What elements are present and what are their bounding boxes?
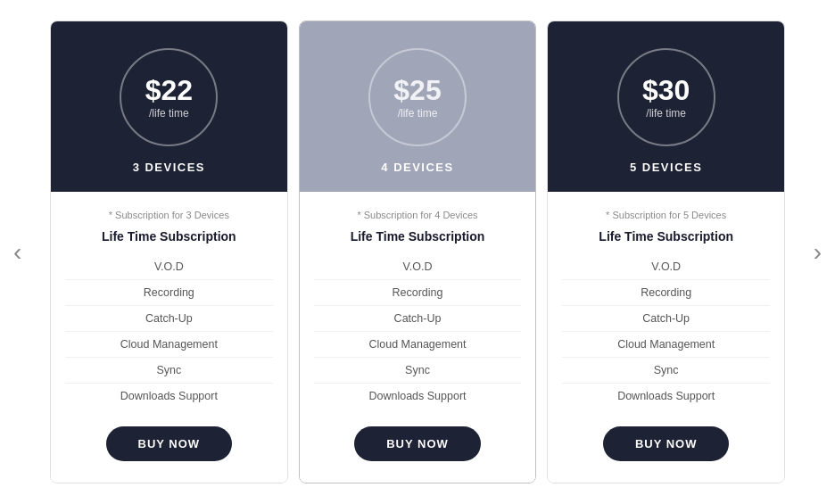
price-circle-5devices: $30 /life time — [617, 48, 715, 146]
subscription-title-5devices: Life Time Subscription — [599, 229, 733, 244]
feature-recording-4: Recording — [314, 280, 522, 306]
feature-cloud-5: Cloud Management — [562, 332, 770, 358]
plan-header-3devices: $22 /life time 3 DEVICES — [51, 21, 287, 192]
feature-list-3devices: V.O.D Recording Catch-Up Cloud Managemen… — [65, 254, 273, 409]
devices-label-5devices: 5 DEVICES — [630, 161, 702, 174]
feature-list-5devices: V.O.D Recording Catch-Up Cloud Managemen… — [562, 254, 770, 409]
subscription-note-3devices: * Subscription for 3 Devices — [109, 210, 229, 220]
feature-downloads-4: Downloads Support — [314, 384, 522, 409]
devices-label-4devices: 4 DEVICES — [381, 161, 453, 174]
plan-card-3devices: $22 /life time 3 DEVICES * Subscription … — [50, 21, 288, 483]
devices-label-3devices: 3 DEVICES — [133, 161, 205, 174]
feature-vod-5: V.O.D — [562, 254, 770, 280]
plan-card-4devices: $25 /life time 4 DEVICES * Subscription … — [299, 21, 537, 483]
plan-body-4devices: * Subscription for 4 Devices Life Time S… — [300, 192, 536, 483]
feature-catchup-5: Catch-Up — [562, 306, 770, 332]
price-circle-4devices: $25 /life time — [368, 48, 467, 146]
feature-list-4devices: V.O.D Recording Catch-Up Cloud Managemen… — [314, 254, 522, 409]
plans-wrapper: $22 /life time 3 DEVICES * Subscription … — [45, 21, 790, 483]
feature-sync-4: Sync — [314, 358, 522, 384]
carousel-container: ‹ $22 /life time 3 DEVICES * Subscriptio… — [0, 3, 835, 501]
plan-header-5devices: $30 /life time 5 DEVICES — [548, 21, 784, 192]
plan-header-4devices: $25 /life time 4 DEVICES — [300, 21, 536, 192]
subscription-note-5devices: * Subscription for 5 Devices — [606, 210, 726, 220]
carousel-next-button[interactable]: › — [805, 231, 831, 274]
price-amount-4devices: $25 — [393, 75, 441, 106]
buy-button-5devices[interactable]: BUY NOW — [603, 426, 730, 461]
plan-card-5devices: $30 /life time 5 DEVICES * Subscription … — [547, 21, 785, 483]
subscription-title-3devices: Life Time Subscription — [102, 229, 236, 244]
feature-cloud-3: Cloud Management — [65, 332, 273, 358]
price-amount-3devices: $22 — [145, 75, 193, 106]
feature-catchup-3: Catch-Up — [65, 306, 273, 332]
feature-downloads-5: Downloads Support — [562, 384, 770, 409]
plan-body-5devices: * Subscription for 5 Devices Life Time S… — [548, 192, 784, 483]
feature-cloud-4: Cloud Management — [314, 332, 522, 358]
feature-sync-3: Sync — [65, 358, 273, 384]
buy-button-4devices[interactable]: BUY NOW — [354, 426, 481, 461]
plan-body-3devices: * Subscription for 3 Devices Life Time S… — [51, 192, 287, 483]
price-circle-3devices: $22 /life time — [120, 48, 218, 146]
feature-downloads-3: Downloads Support — [65, 384, 273, 409]
price-period-3devices: /life time — [149, 107, 189, 120]
buy-button-3devices[interactable]: BUY NOW — [106, 426, 233, 461]
feature-vod-3: V.O.D — [65, 254, 273, 280]
price-amount-5devices: $30 — [642, 75, 690, 106]
feature-catchup-4: Catch-Up — [314, 306, 522, 332]
carousel-prev-button[interactable]: ‹ — [4, 231, 30, 274]
price-period-4devices: /life time — [398, 107, 438, 120]
subscription-note-4devices: * Subscription for 4 Devices — [357, 210, 477, 220]
feature-recording-3: Recording — [65, 280, 273, 306]
feature-sync-5: Sync — [562, 358, 770, 384]
feature-vod-4: V.O.D — [314, 254, 522, 280]
feature-recording-5: Recording — [562, 280, 770, 306]
price-period-5devices: /life time — [646, 107, 686, 120]
subscription-title-4devices: Life Time Subscription — [351, 229, 485, 244]
